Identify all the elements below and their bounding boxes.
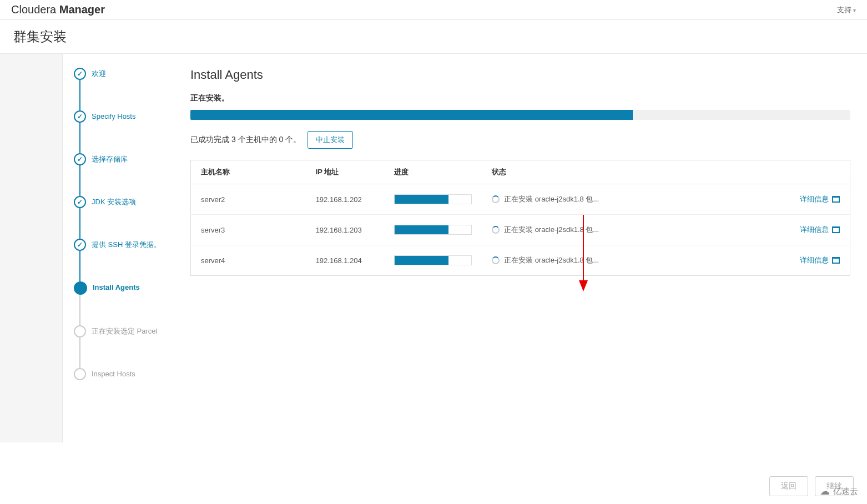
detail-text: 详细信息 [800, 255, 829, 265]
ip-cell: 192.168.1.202 [306, 184, 384, 215]
content-wrapper: 欢迎 Specify Hosts 选择存储库 JDK 安装选项 提供 SSH 登… [0, 54, 867, 442]
logo[interactable]: Cloudera Manager [11, 3, 105, 16]
wizard-step-repository[interactable]: 选择存储库 [74, 153, 165, 165]
pending-step-icon [74, 368, 86, 380]
detail-text: 详细信息 [800, 194, 829, 204]
main-content: Install Agents 正在安装。 已成功完成 3 个主机中的 0 个。 … [174, 54, 867, 442]
detail-cell: 详细信息 [785, 184, 850, 215]
host-cell: server3 [191, 215, 306, 245]
wizard-steps: 欢迎 Specify Hosts 选择存储库 JDK 安装选项 提供 SSH 登… [63, 54, 174, 442]
detail-link[interactable]: 详细信息 [795, 225, 840, 235]
wizard-step-parcel: 正在安装选定 Parcel [74, 325, 165, 337]
step-connector [79, 164, 80, 198]
table-row: server3 192.168.1.203 正在安装 oracle-j2sdk1… [191, 215, 850, 245]
status-cell: 正在安装 oracle-j2sdk1.8 包... [482, 215, 785, 245]
col-header-host: 主机名称 [191, 160, 306, 184]
page-title: 群集安装 [0, 20, 867, 54]
step-label: JDK 安装选项 [92, 196, 136, 207]
spinner-icon [492, 256, 500, 264]
status-cell: 正在安装 oracle-j2sdk1.8 包... [482, 245, 785, 276]
row-progress [394, 255, 472, 265]
window-icon [832, 226, 840, 233]
detail-link[interactable]: 详细信息 [795, 194, 840, 204]
col-header-status: 状态 [482, 160, 785, 184]
step-connector [79, 122, 80, 155]
wizard-step-ssh[interactable]: 提供 SSH 登录凭据。 [74, 239, 165, 251]
status-cell: 正在安装 oracle-j2sdk1.8 包... [482, 184, 785, 215]
overall-progress-bar [190, 110, 633, 120]
row-progress [394, 194, 472, 204]
table-row: server2 192.168.1.202 正在安装 oracle-j2sdk1… [191, 184, 850, 215]
status-text: 正在安装 oracle-j2sdk1.8 包... [504, 194, 599, 204]
detail-link[interactable]: 详细信息 [795, 255, 840, 265]
step-label: Install Agents [93, 281, 140, 293]
row-progress-bar [395, 195, 448, 204]
header: Cloudera Manager 支持 [0, 0, 867, 20]
spinner-icon [492, 195, 500, 203]
step-connector [79, 79, 80, 112]
detail-cell: 详细信息 [785, 215, 850, 245]
host-cell: server2 [191, 184, 306, 215]
left-spacer [0, 54, 63, 442]
step-connector [79, 293, 80, 326]
logo-prefix: Cloudera [11, 3, 59, 16]
active-step-icon [74, 281, 87, 295]
hosts-table: 主机名称 IP 地址 进度 状态 server2 192.168.1.202 [190, 160, 850, 276]
progress-text: 已成功完成 3 个主机中的 0 个。 [190, 135, 301, 145]
support-dropdown[interactable]: 支持 [837, 5, 856, 15]
status-text: 正在安装 oracle-j2sdk1.8 包... [504, 225, 599, 235]
row-progress-bar [395, 225, 448, 234]
install-status: 正在安装。 [190, 93, 850, 103]
wizard-step-specify-hosts[interactable]: Specify Hosts [74, 110, 165, 123]
wizard-step-install-agents[interactable]: Install Agents [74, 281, 165, 295]
check-icon [74, 110, 86, 123]
window-icon [832, 257, 840, 264]
progress-cell [384, 245, 482, 276]
wizard-step-inspect: Inspect Hosts [74, 368, 165, 380]
progress-info: 已成功完成 3 个主机中的 0 个。 中止安装 [190, 131, 850, 149]
detail-cell: 详细信息 [785, 245, 850, 276]
wizard-step-welcome[interactable]: 欢迎 [74, 68, 165, 80]
main-title: Install Agents [190, 68, 850, 82]
logo-bold: Manager [59, 3, 105, 16]
abort-install-button[interactable]: 中止安装 [308, 131, 353, 149]
step-label: 欢迎 [92, 68, 106, 79]
check-icon [74, 153, 86, 165]
wizard-step-jdk[interactable]: JDK 安装选项 [74, 196, 165, 208]
col-header-ip: IP 地址 [306, 160, 384, 184]
step-label: 选择存储库 [92, 153, 128, 164]
detail-text: 详细信息 [800, 225, 829, 235]
check-icon [74, 68, 86, 80]
step-connector [79, 336, 80, 370]
spinner-icon [492, 226, 500, 234]
table-header-row: 主机名称 IP 地址 进度 状态 [191, 160, 850, 184]
host-cell: server4 [191, 245, 306, 276]
window-icon [832, 196, 840, 203]
col-header-detail [785, 160, 850, 184]
row-progress-bar [395, 256, 448, 265]
svg-marker-1 [579, 280, 588, 291]
step-label: Inspect Hosts [92, 368, 135, 379]
row-progress [394, 225, 472, 235]
progress-cell [384, 215, 482, 245]
table-row: server4 192.168.1.204 正在安装 oracle-j2sdk1… [191, 245, 850, 276]
step-label: 正在安装选定 Parcel [92, 325, 157, 336]
step-label: 提供 SSH 登录凭据。 [92, 239, 161, 250]
ip-cell: 192.168.1.203 [306, 215, 384, 245]
check-icon [74, 239, 86, 251]
status-text: 正在安装 oracle-j2sdk1.8 包... [504, 255, 599, 265]
step-label: Specify Hosts [92, 110, 135, 122]
overall-progress [190, 110, 850, 120]
progress-cell [384, 184, 482, 215]
pending-step-icon [74, 325, 86, 337]
col-header-progress: 进度 [384, 160, 482, 184]
check-icon [74, 196, 86, 208]
step-connector [79, 207, 80, 240]
ip-cell: 192.168.1.204 [306, 245, 384, 276]
